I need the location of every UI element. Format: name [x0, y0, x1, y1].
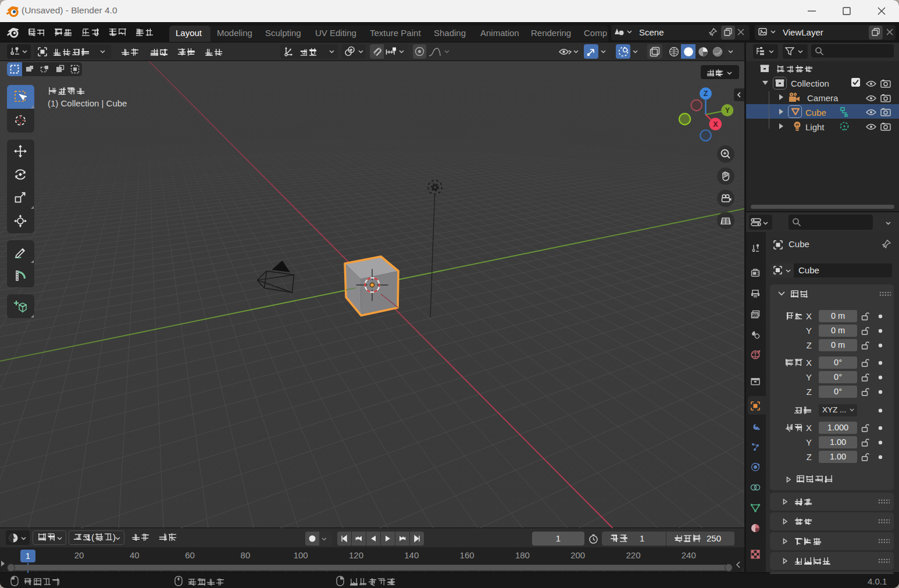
svg-text:Y: Y: [725, 106, 730, 115]
svg-text:X: X: [713, 120, 718, 129]
svg-text:Z: Z: [704, 90, 708, 98]
